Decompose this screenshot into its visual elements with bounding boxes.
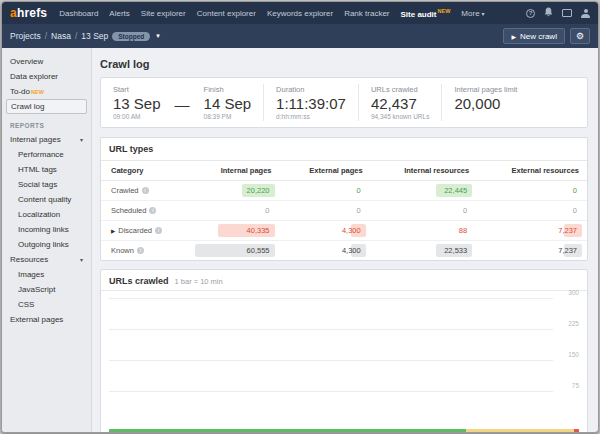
cell-value: 0 <box>571 206 579 215</box>
ahrefs-logo[interactable]: ahrefs <box>10 6 47 20</box>
cell-value: 4,300 <box>340 246 363 255</box>
sidebar-item-label: Data explorer <box>10 72 58 81</box>
info-icon[interactable]: i <box>142 187 149 194</box>
sidebar-item-resources[interactable]: Resources▾ <box>2 252 91 267</box>
info-icon[interactable]: i <box>149 207 156 214</box>
chevron-down-icon[interactable]: ▾ <box>80 256 83 263</box>
desktop-icon[interactable] <box>562 9 572 17</box>
cell-value: 0 <box>355 206 363 215</box>
play-icon: ▶ <box>511 33 516 40</box>
chart-title: URLs crawled <box>109 276 169 286</box>
chevron-down-icon[interactable]: ▾ <box>80 136 83 143</box>
cell-value: 88 <box>457 226 469 235</box>
app-window: ahrefs DashboardAlertsSite explorerConte… <box>1 1 599 433</box>
y-axis-tick-label: 300 <box>555 289 579 296</box>
breadcrumb-separator: / <box>75 31 77 41</box>
sidebar-item-performance[interactable]: Performance <box>2 147 91 162</box>
column-header-external-pages: External pages <box>280 161 371 181</box>
sidebar-item-incoming-links[interactable]: Incoming links <box>2 222 91 237</box>
cell-value: 22,445 <box>442 186 469 195</box>
column-header-internal-resources: Internal resources <box>371 161 477 181</box>
table-row-known: Knowni60,5554,30022,5337,237 <box>101 241 587 261</box>
sidebar-item-images[interactable]: Images <box>2 267 91 282</box>
sidebar-item-javascript[interactable]: JavaScript <box>2 282 91 297</box>
stat-finish: Finish14 Sep08:39 PM <box>192 84 264 121</box>
sidebar-item-label: To-do <box>10 87 30 96</box>
chart-plot-area: 75150225300 <box>109 299 579 423</box>
info-icon[interactable]: i <box>137 247 144 254</box>
sidebar-item-content-quality[interactable]: Content quality <box>2 192 91 207</box>
gridline <box>109 298 553 299</box>
sidebar-item-outgoing-links[interactable]: Outgoing links <box>2 237 91 252</box>
info-icon[interactable]: i <box>155 227 162 234</box>
sidebar-item-html-tags[interactable]: HTML tags <box>2 162 91 177</box>
category-label: Scheduled <box>111 206 146 215</box>
sidebar-item-label: Crawl log <box>11 102 44 111</box>
nav-item-keywords-explorer[interactable]: Keywords explorer <box>267 9 333 18</box>
cell-value: 4,300 <box>340 226 363 235</box>
sidebar-item-internal-pages[interactable]: Internal pages▾ <box>2 132 91 147</box>
sidebar-item-localization[interactable]: Localization <box>2 207 91 222</box>
nav-item-rank-tracker[interactable]: Rank tracker <box>344 9 389 18</box>
gridline <box>109 329 553 330</box>
new-crawl-button[interactable]: ▶New crawl <box>503 28 565 44</box>
page-title: Crawl log <box>100 58 588 70</box>
nav-item-alerts[interactable]: Alerts <box>109 9 129 18</box>
chevron-down-icon: ▾ <box>482 11 485 17</box>
main-panel: Crawl log Start13 Sep09:00 AM—Finish14 S… <box>92 48 598 432</box>
stat-value: 20,000 <box>454 95 517 112</box>
chevron-down-icon[interactable]: ▾ <box>156 32 160 40</box>
new-crawl-label: New crawl <box>520 32 557 41</box>
breadcrumb-project-name[interactable]: Nasa <box>51 31 71 41</box>
sidebar-item-social-tags[interactable]: Social tags <box>2 177 91 192</box>
stat-value: 14 Sep <box>204 95 252 112</box>
cell-value: 0 <box>355 186 363 195</box>
user-icon[interactable] <box>581 9 590 18</box>
urls-crawled-chart-card: URLs crawled 1 bar = 10 min 75150225300 … <box>100 269 588 432</box>
table-row-crawled: Crawledi20,220022,4450 <box>101 181 587 201</box>
nav-item-site-explorer[interactable]: Site explorer <box>141 9 186 18</box>
y-axis-tick-label: 75 <box>555 382 579 389</box>
help-icon[interactable]: ? <box>526 9 535 18</box>
cell-value: 0 <box>461 206 469 215</box>
stat-start: Start13 Sep09:00 AM <box>101 84 173 121</box>
nav-item-site-audit[interactable]: Site auditNEW <box>401 8 451 19</box>
sidebar-item-crawl-log[interactable]: Crawl log <box>6 99 87 114</box>
column-header-external-resources: External resources <box>477 161 587 181</box>
sidebar-item-label: HTML tags <box>18 165 57 174</box>
gear-icon: ⚙ <box>576 31 584 41</box>
sidebar-item-overview[interactable]: Overview <box>2 54 91 69</box>
y-axis-tick-label: 225 <box>555 320 579 327</box>
sidebar-item-label: Outgoing links <box>18 240 69 249</box>
bell-icon[interactable] <box>544 7 553 19</box>
stat-label: Finish <box>204 85 252 94</box>
sidebar-item-label: Incoming links <box>18 225 69 234</box>
table-row-discarded[interactable]: ▶Discardedi40,3354,300887,237 <box>101 221 587 241</box>
summary-segment-2xx <box>109 429 466 432</box>
breadcrumb-projects[interactable]: Projects <box>10 31 41 41</box>
logo-rest: hrefs <box>17 6 47 20</box>
settings-button[interactable]: ⚙ <box>570 28 590 44</box>
sidebar-item-external-pages[interactable]: External pages <box>2 312 91 327</box>
nav-item-more[interactable]: More▾ <box>461 9 484 18</box>
y-axis-tick-label: 150 <box>555 351 579 358</box>
sidebar-item-data-explorer[interactable]: Data explorer <box>2 69 91 84</box>
cell-value: 60,555 <box>245 246 272 255</box>
chart-bars[interactable] <box>109 299 553 423</box>
stat-internal-pages-limit: Internal pages limit20,000 <box>441 84 529 121</box>
nav-item-content-explorer[interactable]: Content explorer <box>197 9 256 18</box>
expand-caret-icon[interactable]: ▶ <box>111 228 115 234</box>
sidebar-item-label: Images <box>18 270 44 279</box>
breadcrumb-crawl-date[interactable]: 13 Sep <box>81 31 108 41</box>
chart-header: URLs crawled 1 bar = 10 min <box>101 270 587 291</box>
status-badge: Stopped <box>112 32 150 41</box>
cell-value: 0 <box>263 206 271 215</box>
column-header-category: Category <box>101 161 192 181</box>
sidebar-item-css[interactable]: CSS <box>2 297 91 312</box>
sidebar-item-to-do[interactable]: To-doNEW <box>2 84 91 99</box>
stat-duration: Duration1:11:39:07d:hh:mm:ss <box>263 84 358 121</box>
new-badge: NEW <box>438 8 451 14</box>
table-row-scheduled: Scheduledi0000 <box>101 201 587 221</box>
nav-item-dashboard[interactable]: Dashboard <box>59 9 98 18</box>
category-label: Crawled <box>111 186 139 195</box>
